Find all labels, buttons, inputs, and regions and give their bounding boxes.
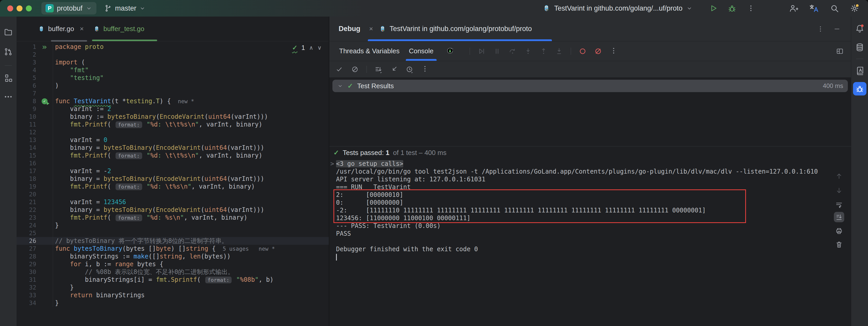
debugger-more-button[interactable] (610, 47, 618, 56)
project-name: protobuf (57, 4, 83, 12)
more-tool-windows-button[interactable] (4, 92, 13, 102)
debug-tool-window: Debug × TestVarint in github.com/golang/… (329, 17, 851, 326)
code-line: 7 (17, 90, 329, 97)
more-actions-button[interactable] (747, 0, 755, 17)
tab-buffer-test-go[interactable]: buffer_test.go (88, 17, 149, 41)
step-out-button[interactable] (540, 47, 548, 55)
code-with-me-button[interactable] (789, 0, 798, 17)
close-session-icon[interactable]: × (369, 25, 373, 33)
divider (571, 48, 571, 55)
run-all-tests-icon[interactable]: » (42, 43, 47, 50)
arrow-down-ic (835, 186, 843, 194)
sort-icon (375, 65, 382, 73)
window-minimize-button[interactable] (17, 5, 23, 11)
go-test-icon (379, 25, 386, 33)
soft-wrap-icon (835, 201, 843, 209)
notifications-button[interactable] (855, 24, 864, 33)
tab-threads-variables[interactable]: Threads & Variables (335, 41, 404, 61)
test-results-label: Test Results (357, 82, 394, 90)
show-passed-button[interactable] (336, 65, 343, 73)
inspection-widget[interactable]: ✓ 1 ∧ ∨ (292, 44, 321, 52)
jump-to-source-icon (390, 65, 398, 73)
code-line: 22 binary = bytesToBinary(EncodeVarint(u… (17, 206, 329, 214)
debug-tool-button-active[interactable] (853, 82, 866, 95)
status-passed-label: Tests passed: (343, 149, 384, 156)
tests-passed-icon: ✓ (292, 44, 298, 51)
branch-widget[interactable]: master (105, 2, 146, 14)
window-zoom-button[interactable] (26, 5, 32, 11)
code-lines: 1»package proto23import (4 "fmt"5 "testi… (17, 41, 329, 307)
project-widget[interactable]: P protobuf (41, 2, 96, 14)
close-tab-icon[interactable]: × (80, 25, 84, 33)
clear-console-button[interactable] (834, 239, 844, 250)
step-into-button[interactable] (524, 47, 532, 55)
project-tool-button[interactable] (4, 27, 13, 37)
next-problem-button[interactable]: ∨ (317, 45, 321, 51)
scroll-to-end-icon (835, 213, 843, 221)
scroll-to-end-button[interactable] (834, 212, 844, 222)
test-more-button[interactable] (421, 65, 429, 74)
debug-button[interactable] (727, 0, 737, 17)
test-passed-icon: ✓ (347, 82, 353, 90)
console-line: PASS (329, 230, 821, 238)
show-ignored-button[interactable] (351, 65, 359, 73)
window-close-button[interactable] (7, 5, 13, 11)
vcs-tool-button[interactable] (4, 47, 13, 56)
go-test-icon (542, 4, 551, 12)
debug-console[interactable]: ><3 go setup calls>/usr/local/go/bin/go … (329, 159, 851, 326)
code-line: 9 varInt := 2 (17, 105, 329, 113)
step-over-button[interactable] (509, 47, 517, 55)
book-a-icon (855, 66, 864, 75)
run-button[interactable] (709, 0, 718, 17)
prev-occurrence-button[interactable] (834, 171, 844, 181)
dictionary-tool-button[interactable] (855, 66, 864, 75)
soft-wrap-button[interactable] (834, 200, 844, 210)
translate-button[interactable] (809, 0, 818, 17)
mute-breakpoints-button[interactable] (594, 47, 602, 55)
status-detail: of 1 test – 400 ms (393, 149, 446, 157)
resume-button[interactable] (478, 47, 486, 55)
kebab-menu-icon (747, 4, 755, 12)
step-out-icon (540, 47, 548, 55)
print-button[interactable] (834, 226, 844, 236)
structure-tool-button[interactable] (4, 73, 13, 83)
code-line: 11 fmt.Printf( format: "%d: \t\t%s\n", v… (17, 121, 329, 128)
test-passed-run-icon[interactable]: ✓ (42, 98, 48, 104)
code-line: 12 (17, 128, 329, 136)
run-configuration-name: TestVarint in github.com/golang/...uf/pr… (554, 4, 682, 12)
run-to-cursor-button[interactable] (555, 47, 563, 55)
pause-button[interactable] (493, 47, 501, 55)
session-tab-label[interactable]: TestVarint in github.com/golang/protobuf… (390, 25, 532, 33)
tab-console[interactable]: Console (404, 41, 438, 61)
test-history-button[interactable] (406, 65, 413, 73)
test-results-row[interactable]: ✓ Test Results 400 ms (333, 80, 848, 92)
step-over-icon (509, 47, 517, 55)
next-occurrence-button[interactable] (834, 185, 844, 196)
ide-window: P protobuf master TestVarint in github.c… (0, 0, 868, 326)
settings-button[interactable] (850, 0, 859, 17)
ellipsis-icon (4, 92, 13, 101)
hide-tool-window-icon[interactable] (833, 25, 841, 33)
console-line: 123456: [11000000 11000100 00000111] (329, 214, 821, 222)
code-editor[interactable]: buffer.go × buffer_test.go 1»package pro… (17, 17, 329, 326)
search-everywhere-button[interactable] (830, 0, 839, 17)
prev-problem-button[interactable]: ∧ (309, 45, 313, 51)
layout-settings-button[interactable] (836, 41, 844, 61)
breakpoint-icon (579, 47, 587, 55)
code-line: 24} (17, 221, 329, 229)
code-line: 21 varInt = 123456 (17, 198, 329, 206)
code-line: 32 } (17, 284, 329, 291)
view-breakpoints-button[interactable] (579, 47, 587, 55)
test-status-bar: ✓ Tests passed: 1 of 1 test – 400 ms (329, 146, 851, 159)
navigate-with-source-button[interactable] (390, 65, 398, 73)
tool-window-options-icon[interactable] (817, 25, 824, 33)
active-session-underline (368, 39, 552, 41)
run-configuration[interactable]: TestVarint in github.com/golang/...uf/pr… (542, 0, 693, 17)
sort-tests-button[interactable] (375, 65, 382, 73)
tab-buffer-go[interactable]: buffer.go × (33, 17, 88, 41)
translate-icon (809, 4, 818, 13)
fold-arrow-icon[interactable]: > (330, 160, 334, 168)
code-line: 10 binary := bytesToBinary(EncodeVarint(… (17, 113, 329, 121)
database-tool-button[interactable] (855, 43, 864, 52)
rerun-debug-button[interactable] (446, 47, 454, 56)
